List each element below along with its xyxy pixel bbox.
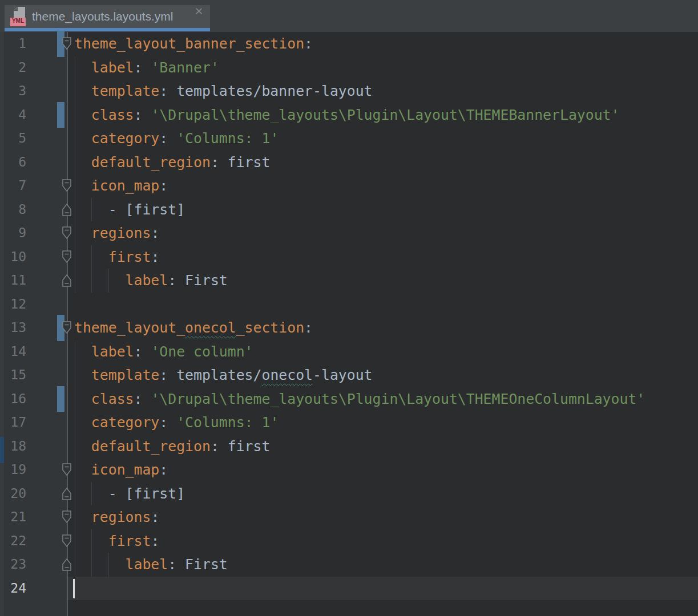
line-number: 15 [0, 363, 26, 387]
code-text: category: 'Columns: 1' [74, 411, 279, 435]
editor-lines: 1theme_layout_banner_section:2 label: 'B… [0, 32, 698, 600]
code-text: first: [74, 245, 159, 269]
file-tab[interactable]: YML theme_layouts.layouts.yml ✕ [5, 5, 210, 31]
line-number: 2 [0, 56, 26, 80]
code-text: template: templates/banner-layout [74, 79, 373, 103]
editor-line[interactable]: 13theme_layout_onecol_section: [0, 316, 698, 340]
code-text: theme_layout_onecol_section: [74, 316, 313, 340]
line-number: 6 [0, 151, 26, 175]
code-text: label: First [74, 553, 228, 577]
line-number: 3 [0, 79, 26, 103]
code-text: label: 'Banner' [74, 56, 219, 80]
fold-start-icon[interactable] [60, 225, 73, 241]
code-text: icon_map: [74, 174, 168, 198]
editor-line[interactable]: 5 category: 'Columns: 1' [0, 127, 698, 151]
fold-start-icon[interactable] [60, 533, 73, 549]
line-number: 7 [0, 174, 26, 198]
editor-line[interactable]: 8 - [first] [0, 198, 698, 222]
fold-start-icon[interactable] [60, 178, 73, 194]
fold-end-icon[interactable] [60, 486, 73, 502]
code-text: - [first] [74, 482, 185, 506]
line-number: 16 [0, 387, 26, 411]
editor-line[interactable]: 22 first: [0, 529, 698, 553]
editor-line[interactable]: 9 regions: [0, 221, 698, 245]
line-number: 17 [0, 411, 26, 435]
line-number: 14 [0, 340, 26, 364]
code-text: class: '\Drupal\theme_layouts\Plugin\Lay… [74, 103, 619, 127]
line-number: 10 [0, 245, 26, 269]
text-cursor [73, 579, 75, 598]
editor-line[interactable]: 12 [0, 293, 698, 317]
fold-start-icon[interactable] [60, 249, 73, 265]
line-number: 19 [0, 458, 26, 482]
fold-end-icon[interactable] [60, 273, 73, 289]
line-number: 24 [0, 577, 26, 601]
line-number: 8 [0, 198, 26, 222]
editor-line[interactable]: 24 [0, 577, 698, 601]
yaml-file-icon: YML [10, 7, 26, 26]
line-number: 23 [0, 553, 26, 577]
tab-title: theme_layouts.layouts.yml [32, 10, 173, 23]
code-text: icon_map: [74, 458, 168, 482]
code-text: regions: [74, 505, 159, 529]
editor-line[interactable]: 11 label: First [0, 269, 698, 293]
editor-line[interactable]: 3 template: templates/banner-layout [0, 79, 698, 103]
ide-window: YML theme_layouts.layouts.yml ✕ 1theme_l… [0, 0, 698, 616]
editor-line[interactable]: 14 label: 'One column' [0, 340, 698, 364]
code-text: regions: [74, 221, 159, 245]
fold-end-icon[interactable] [60, 202, 73, 218]
editor-tab-bar: YML theme_layouts.layouts.yml ✕ [0, 0, 698, 32]
line-number: 22 [0, 529, 26, 553]
vcs-change-marker [57, 386, 64, 412]
editor-line[interactable]: 4 class: '\Drupal\theme_layouts\Plugin\L… [0, 103, 698, 127]
editor-line[interactable]: 6 default_region: first [0, 151, 698, 175]
code-text: first: [74, 529, 159, 553]
editor-line[interactable]: 19 icon_map: [0, 458, 698, 482]
file-type-badge: YML [10, 18, 26, 26]
line-number: 20 [0, 482, 26, 506]
editor-line[interactable]: 15 template: templates/onecol-layout [0, 363, 698, 387]
editor-line[interactable]: 20 - [first] [0, 482, 698, 506]
file-page-fold-corner [14, 7, 18, 11]
line-number: 5 [0, 127, 26, 151]
code-text: default_region: first [74, 151, 270, 175]
line-number: 12 [0, 293, 26, 317]
line-number: 21 [0, 505, 26, 529]
fold-start-icon[interactable] [60, 320, 73, 336]
line-number: 9 [0, 221, 26, 245]
fold-start-icon[interactable] [60, 462, 73, 478]
fold-start-icon[interactable] [60, 509, 73, 525]
code-text: template: templates/onecol-layout [74, 363, 373, 387]
code-text: label: 'One column' [74, 340, 253, 364]
editor-pane[interactable]: 1theme_layout_banner_section:2 label: 'B… [0, 32, 698, 616]
editor-line[interactable]: 10 first: [0, 245, 698, 269]
editor-line[interactable]: 1theme_layout_banner_section: [0, 32, 698, 56]
line-number: 18 [0, 435, 26, 459]
line-number: 11 [0, 269, 26, 293]
line-number: 4 [0, 103, 26, 127]
editor-line[interactable]: 17 category: 'Columns: 1' [0, 411, 698, 435]
code-text: - [first] [74, 198, 185, 222]
editor-line[interactable]: 2 label: 'Banner' [0, 56, 698, 80]
editor-line[interactable]: 21 regions: [0, 505, 698, 529]
fold-end-icon[interactable] [60, 557, 73, 573]
caret-line-highlight [67, 577, 698, 601]
code-text: class: '\Drupal\theme_layouts\Plugin\Lay… [74, 387, 645, 411]
editor-line[interactable]: 16 class: '\Drupal\theme_layouts\Plugin\… [0, 387, 698, 411]
code-text: label: First [74, 269, 228, 293]
code-text: category: 'Columns: 1' [74, 127, 279, 151]
line-number: 1 [0, 32, 26, 56]
close-icon[interactable]: ✕ [195, 5, 203, 28]
vcs-change-marker [57, 102, 64, 128]
editor-line[interactable]: 7 icon_map: [0, 174, 698, 198]
editor-line[interactable]: 18 default_region: first [0, 435, 698, 459]
fold-start-icon[interactable] [60, 36, 73, 52]
file-page-glyph [14, 7, 25, 18]
line-number: 13 [0, 316, 26, 340]
code-text: theme_layout_banner_section: [74, 32, 313, 56]
editor-line[interactable]: 23 label: First [0, 553, 698, 577]
code-text: default_region: first [74, 435, 270, 459]
